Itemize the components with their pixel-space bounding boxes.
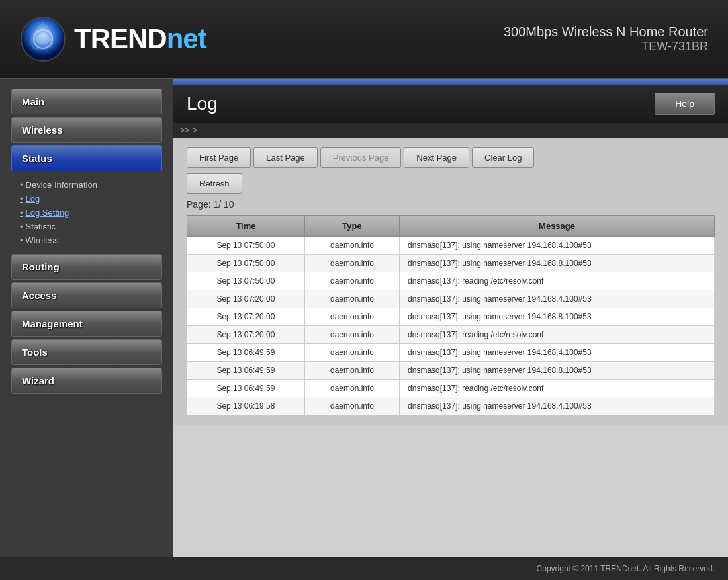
log-message: dnsmasq[137]: using nameserver 194.168.4… <box>400 290 715 308</box>
log-type: daemon.info <box>304 326 399 344</box>
log-time: Sep 13 06:49:59 <box>187 362 305 380</box>
log-message: dnsmasq[137]: using nameserver 194.168.4… <box>400 397 715 415</box>
sidebar-subitem-wireless[interactable]: •Wireless <box>13 233 173 247</box>
col-header-time: Time <box>187 216 305 237</box>
nav-arrow-2: > <box>193 126 197 135</box>
page-header: TRENDnet 300Mbps Wireless N Home Router … <box>0 0 728 79</box>
sidebar-subitem-statistic[interactable]: •Statistic <box>13 220 173 233</box>
log-time: Sep 13 07:50:00 <box>187 272 305 290</box>
main-layout: Main Wireless Status •Device Information… <box>0 79 728 557</box>
log-time: Sep 13 07:20:00 <box>187 326 305 344</box>
breadcrumb-nav: >> > <box>173 123 728 138</box>
log-time: Sep 13 07:20:00 <box>187 290 305 308</box>
log-type: daemon.info <box>304 272 399 290</box>
page-footer: Copyright © 2011 TRENDnet. All Rights Re… <box>0 557 728 580</box>
col-header-type: Type <box>304 216 399 237</box>
log-type: daemon.info <box>304 255 399 272</box>
table-row: Sep 13 07:50:00daemon.infodnsmasq[137]: … <box>187 255 715 272</box>
log-type: daemon.info <box>304 308 399 326</box>
table-row: Sep 13 06:19:58daemon.infodnsmasq[137]: … <box>187 397 715 415</box>
log-type: daemon.info <box>304 362 399 380</box>
sidebar-item-status[interactable]: Status <box>11 145 162 171</box>
dot-icon: • <box>20 180 23 190</box>
content-area: Log Help >> > First Page Last Page Previ… <box>173 79 728 557</box>
nav-arrow-1: >> <box>180 126 189 135</box>
log-type: daemon.info <box>304 380 399 397</box>
log-message: dnsmasq[137]: reading /etc/resolv.conf <box>400 272 715 290</box>
sidebar: Main Wireless Status •Device Information… <box>0 79 173 557</box>
log-time: Sep 13 07:20:00 <box>187 308 305 326</box>
refresh-button[interactable]: Refresh <box>187 173 242 194</box>
col-header-message: Message <box>400 216 715 237</box>
log-time: Sep 13 06:49:59 <box>187 344 305 362</box>
next-page-button[interactable]: Next Page <box>404 147 469 168</box>
sidebar-item-access[interactable]: Access <box>11 282 162 308</box>
sidebar-subitem-log-setting[interactable]: •Log Setting <box>13 206 173 220</box>
table-row: Sep 13 07:20:00daemon.infodnsmasq[137]: … <box>187 308 715 326</box>
content-header: Log Help <box>173 85 728 123</box>
page-title: Log <box>187 93 218 114</box>
help-button[interactable]: Help <box>655 93 715 115</box>
log-table-body: Sep 13 07:50:00daemon.infodnsmasq[137]: … <box>187 237 715 415</box>
log-type: daemon.info <box>304 237 399 255</box>
sidebar-item-management[interactable]: Management <box>11 311 162 337</box>
sidebar-item-main[interactable]: Main <box>11 89 162 114</box>
table-row: Sep 13 07:50:00daemon.infodnsmasq[137]: … <box>187 272 715 290</box>
table-row: Sep 13 07:50:00daemon.infodnsmasq[137]: … <box>187 237 715 255</box>
log-type: daemon.info <box>304 397 399 415</box>
log-time: Sep 13 06:49:59 <box>187 380 305 397</box>
dot-icon: • <box>20 222 23 231</box>
log-type: daemon.info <box>304 290 399 308</box>
sidebar-item-wireless[interactable]: Wireless <box>11 117 162 143</box>
content-top-bar <box>173 79 728 85</box>
last-page-button[interactable]: Last Page <box>253 147 318 168</box>
log-message: dnsmasq[137]: using nameserver 194.168.8… <box>400 255 715 272</box>
log-message: dnsmasq[137]: using nameserver 194.168.8… <box>400 308 715 326</box>
product-name: 300Mbps Wireless N Home Router <box>504 24 708 40</box>
log-time: Sep 13 07:50:00 <box>187 255 305 272</box>
log-time: Sep 13 06:19:58 <box>187 397 305 415</box>
table-header-row: Time Type Message <box>187 216 715 237</box>
previous-page-button[interactable]: Previous Page <box>320 147 402 168</box>
first-page-button[interactable]: First Page <box>187 147 251 168</box>
table-row: Sep 13 06:49:59daemon.infodnsmasq[137]: … <box>187 344 715 362</box>
log-message: dnsmasq[137]: reading /etc/resolv.conf <box>400 380 715 397</box>
dot-icon: • <box>20 194 23 204</box>
log-message: dnsmasq[137]: using nameserver 194.168.4… <box>400 344 715 362</box>
log-message: dnsmasq[137]: using nameserver 194.168.8… <box>400 362 715 380</box>
table-row: Sep 13 06:49:59daemon.infodnsmasq[137]: … <box>187 362 715 380</box>
log-table: Time Type Message Sep 13 07:50:00daemon.… <box>187 215 715 415</box>
sidebar-item-routing[interactable]: Routing <box>11 254 162 280</box>
clear-log-button[interactable]: Clear Log <box>472 147 534 168</box>
dot-icon: • <box>20 208 23 218</box>
router-info: 300Mbps Wireless N Home Router TEW-731BR <box>504 24 708 54</box>
pagination-buttons: First Page Last Page Previous Page Next … <box>187 147 715 168</box>
dot-icon: • <box>20 235 23 245</box>
log-message: dnsmasq[137]: using nameserver 194.168.4… <box>400 237 715 255</box>
log-message: dnsmasq[137]: reading /etc/resolv.conf <box>400 326 715 344</box>
sidebar-subitem-device-info[interactable]: •Device Information <box>13 178 173 192</box>
copyright-text: Copyright © 2011 TRENDnet. All Rights Re… <box>537 564 715 573</box>
page-info: Page: 1/ 10 <box>187 199 715 210</box>
log-time: Sep 13 07:50:00 <box>187 237 305 255</box>
content-body: First Page Last Page Previous Page Next … <box>173 138 728 425</box>
sidebar-item-tools[interactable]: Tools <box>11 339 162 365</box>
refresh-row: Refresh <box>187 172 715 194</box>
table-row: Sep 13 06:49:59daemon.infodnsmasq[137]: … <box>187 380 715 397</box>
trendnet-logo-icon <box>20 16 66 62</box>
table-row: Sep 13 07:20:00daemon.infodnsmasq[137]: … <box>187 326 715 344</box>
table-row: Sep 13 07:20:00daemon.infodnsmasq[137]: … <box>187 290 715 308</box>
sidebar-item-wizard[interactable]: Wizard <box>11 368 162 394</box>
log-type: daemon.info <box>304 344 399 362</box>
status-submenu: •Device Information •Log •Log Setting •S… <box>0 174 173 251</box>
brand-name: TRENDnet <box>74 23 206 55</box>
sidebar-subitem-log[interactable]: •Log <box>13 192 173 206</box>
model-number: TEW-731BR <box>504 40 708 54</box>
logo-area: TRENDnet <box>20 16 206 62</box>
